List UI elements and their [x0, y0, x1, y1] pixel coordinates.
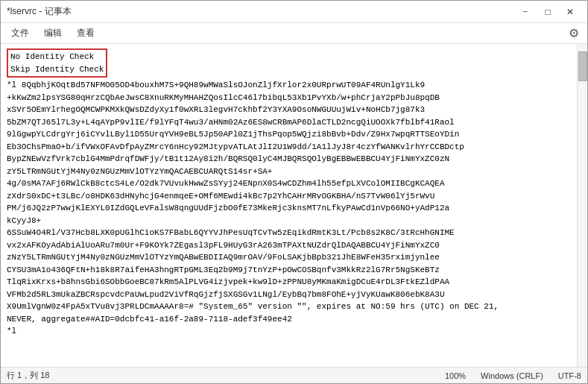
minimize-button[interactable]: － — [514, 1, 537, 22]
window-title: *lservrc - 记事本 — [7, 5, 72, 18]
cursor-position: 行 1，列 18 — [7, 370, 49, 381]
main-window: *lservrc - 记事本 － □ ✕ 文件 编辑 查看 ⚙ No Ident… — [0, 0, 588, 384]
encoding: UTF-8 — [558, 371, 581, 380]
highlighted-text: No Identity Check Skip Identity Check — [7, 48, 107, 78]
text-editor[interactable]: No Identity Check Skip Identity Check *l… — [1, 44, 577, 367]
menu-edit[interactable]: 编辑 — [37, 24, 69, 43]
status-bar: 行 1，列 18 100% Windows (CRLF) UTF-8 — [1, 367, 587, 383]
zoom-level: 100% — [445, 371, 466, 380]
menu-view[interactable]: 查看 — [69, 24, 102, 43]
title-bar-left: *lservrc - 记事本 — [7, 5, 72, 18]
content-area: No Identity Check Skip Identity Check *l… — [1, 44, 587, 367]
menu-file[interactable]: 文件 — [4, 24, 37, 43]
maximize-button[interactable]: □ — [537, 1, 559, 22]
line-ending: Windows (CRLF) — [481, 371, 543, 380]
menu-bar: 文件 编辑 查看 ⚙ — [1, 23, 587, 44]
title-bar: *lservrc - 记事本 － □ ✕ — [1, 1, 587, 23]
title-bar-controls: － □ ✕ — [514, 1, 581, 22]
settings-icon[interactable]: ⚙ — [563, 23, 584, 44]
menu-items: 文件 编辑 查看 — [4, 24, 102, 43]
scrollbar-thumb[interactable] — [578, 51, 587, 81]
scrollbar-vertical[interactable] — [577, 44, 587, 367]
close-button[interactable]: ✕ — [559, 1, 581, 22]
